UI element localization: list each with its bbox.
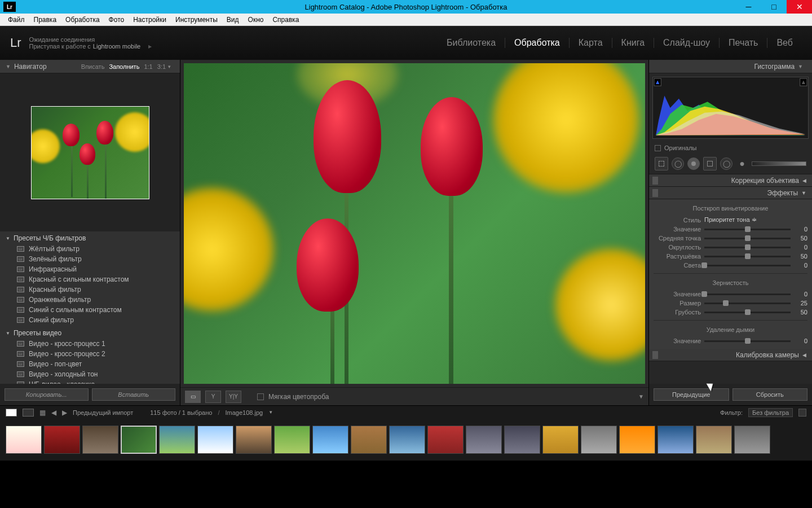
navigator-zoom-option[interactable]: 3:1 xyxy=(157,63,166,70)
filmstrip-thumbnail[interactable] xyxy=(82,426,118,454)
menu-item-настройки[interactable]: Настройки xyxy=(129,16,171,24)
preset-group-video[interactable]: ▼ Пресеты видео xyxy=(0,327,180,339)
lens-correction-header[interactable]: Коррекция объектива ◀ xyxy=(649,174,812,187)
slider-track[interactable] xyxy=(704,238,791,239)
preset-item[interactable]: ▭Оранжевый фильтр xyxy=(0,295,180,305)
filmstrip-thumbnail[interactable] xyxy=(351,426,387,454)
filmstrip-thumbnail[interactable] xyxy=(619,426,655,454)
originals-checkbox[interactable] xyxy=(655,145,661,151)
copy-settings-button[interactable]: Копировать... xyxy=(5,388,89,401)
slider-value[interactable]: 50 xyxy=(794,253,807,260)
module-tab[interactable]: Библиотека xyxy=(438,38,505,48)
menu-item-файл[interactable]: Файл xyxy=(3,16,29,24)
minimize-button[interactable]: ─ xyxy=(736,0,761,14)
slider-value[interactable]: 25 xyxy=(794,300,807,306)
gradient-tool-button[interactable] xyxy=(703,157,717,170)
filmstrip-thumbnail[interactable] xyxy=(389,426,425,454)
softproof-checkbox[interactable] xyxy=(257,393,264,400)
panel-switch-icon[interactable] xyxy=(652,189,658,197)
filmstrip-thumbnail[interactable] xyxy=(581,426,617,454)
slider-value[interactable]: 50 xyxy=(794,235,807,242)
preset-item[interactable]: ▭Видео - поп-цвет xyxy=(0,359,180,369)
histogram-display[interactable] xyxy=(652,77,809,139)
panel-switch-icon[interactable] xyxy=(652,177,658,185)
breadcrumb-filename[interactable]: Image108.jpg xyxy=(226,409,263,416)
filmstrip-thumbnail[interactable] xyxy=(236,426,272,454)
paste-settings-button[interactable]: Вставить xyxy=(92,388,176,401)
menu-item-обработка[interactable]: Обработка xyxy=(61,16,104,24)
slider-knob[interactable] xyxy=(745,235,751,241)
effects-header[interactable]: Эффекты ▼ xyxy=(649,187,812,199)
before-after-y-button[interactable]: Y xyxy=(205,391,221,403)
histogram-panel-header[interactable]: Гистограмма ▼ xyxy=(649,60,812,73)
filmstrip-thumbnail[interactable] xyxy=(696,426,732,454)
module-tab[interactable]: Книга xyxy=(612,38,654,48)
previous-button[interactable]: Предыдущие xyxy=(654,388,729,401)
nav-back-icon[interactable]: ◀ xyxy=(51,409,56,417)
preset-group-bw-filters[interactable]: ▼ Пресеты Ч/Б фильтров xyxy=(0,233,180,244)
navigator-zoom-option[interactable]: 1:1 xyxy=(144,63,152,70)
filmstrip-thumbnail[interactable] xyxy=(427,426,464,454)
maximize-button[interactable]: □ xyxy=(761,0,787,14)
lightroom-mobile-link[interactable]: Lightroom mobile xyxy=(93,43,140,50)
secondary-screen-button[interactable] xyxy=(23,409,34,417)
preset-item[interactable]: ▭Ч/Б-вилео - классика xyxy=(0,379,180,384)
preset-item[interactable]: ▭Жёлтый фильтр xyxy=(0,244,180,254)
main-preview[interactable] xyxy=(184,63,645,384)
preset-item[interactable]: ▭Красный фильтр xyxy=(0,284,180,295)
navigator-preview[interactable] xyxy=(0,73,180,231)
close-button[interactable]: ✕ xyxy=(787,0,812,14)
preset-item[interactable]: ▭Видео - кросс-процесс 1 xyxy=(0,339,180,349)
filmstrip-thumbnail[interactable] xyxy=(542,426,579,454)
panel-switch-icon[interactable] xyxy=(652,351,658,359)
filmstrip-thumbnail[interactable] xyxy=(197,426,233,454)
filter-lock-icon[interactable] xyxy=(798,409,806,417)
filmstrip-thumbnail[interactable] xyxy=(44,426,80,454)
slider-track[interactable] xyxy=(704,312,791,313)
crop-tool-button[interactable] xyxy=(655,157,668,170)
preset-item[interactable]: ▭Видео - кросс-процесс 2 xyxy=(0,349,180,359)
slider-value[interactable]: 0 xyxy=(794,244,807,251)
filter-dropdown[interactable]: Без фильтра xyxy=(748,408,793,417)
filmstrip-thumbnail[interactable] xyxy=(274,426,310,454)
slider-track[interactable] xyxy=(704,294,791,295)
module-tab[interactable]: Слайд-шоу xyxy=(654,38,720,48)
slider-track[interactable] xyxy=(704,229,791,230)
filmstrip-thumbnail[interactable] xyxy=(312,426,348,454)
preset-item[interactable]: ▭Красный с сильным контрастом xyxy=(0,274,180,284)
nav-forward-icon[interactable]: ▶ xyxy=(62,409,67,417)
filmstrip-thumbnail[interactable] xyxy=(121,426,157,454)
slider-track[interactable] xyxy=(704,247,791,248)
filmstrip[interactable] xyxy=(0,419,812,461)
chevron-down-icon[interactable]: ▼ xyxy=(268,410,273,415)
filmstrip-thumbnail[interactable] xyxy=(159,426,195,454)
slider-knob[interactable] xyxy=(701,262,707,268)
slider-value[interactable]: 0 xyxy=(794,226,807,233)
menu-item-окно[interactable]: Окно xyxy=(244,16,268,24)
navigator-panel-header[interactable]: ▼ Навигатор ВписатьЗаполнить1:13:1 ▾ xyxy=(0,60,180,73)
primary-screen-button[interactable] xyxy=(6,409,17,417)
brush-tool-button[interactable]: ● xyxy=(736,157,748,170)
radial-tool-button[interactable]: ◯ xyxy=(720,157,732,170)
menu-item-правка[interactable]: Правка xyxy=(29,16,61,24)
preset-item[interactable]: ▭Видео - холодный тон xyxy=(0,369,180,379)
menu-item-вид[interactable]: Вид xyxy=(222,16,244,24)
preset-item[interactable]: ▭Инфракрасный xyxy=(0,264,180,274)
before-after-yy-button[interactable]: Y|Y xyxy=(226,391,241,403)
module-tab[interactable]: Обработка xyxy=(505,38,570,48)
slider-knob[interactable] xyxy=(745,244,751,250)
camera-calibration-header[interactable]: Калибровка камеры ◀ xyxy=(649,349,812,361)
spot-tool-button[interactable]: ◯ xyxy=(672,157,684,170)
slider-knob[interactable] xyxy=(745,309,751,315)
menu-item-инструменты[interactable]: Инструменты xyxy=(171,16,222,24)
breadcrumb-source[interactable]: Предыдущий импорт xyxy=(73,409,133,416)
reset-button[interactable]: Сбросить xyxy=(732,388,808,401)
menu-item-фото[interactable]: Фото xyxy=(104,16,129,24)
preset-item[interactable]: ▭Синий фильтр xyxy=(0,315,180,325)
slider-value[interactable]: 0 xyxy=(794,262,807,269)
slider-knob[interactable] xyxy=(745,226,751,232)
slider-track[interactable] xyxy=(704,303,791,304)
slider-value[interactable]: 50 xyxy=(794,309,807,316)
slider-knob[interactable] xyxy=(745,253,751,259)
filmstrip-thumbnail[interactable] xyxy=(6,426,42,454)
